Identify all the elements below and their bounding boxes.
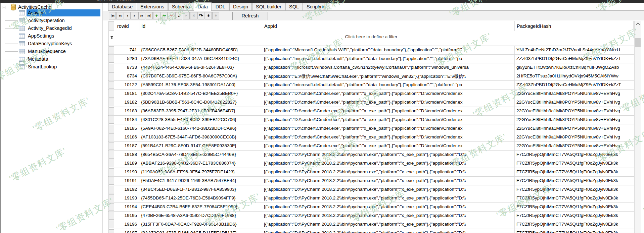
append-record-button[interactable]: +▾ — [160, 12, 168, 19]
column-header-appid[interactable]: AppId — [262, 21, 515, 31]
cell-id[interactable]: {302C476A-5C8A-14B2-547C-B24EE25BEB0F} — [139, 90, 262, 98]
table-row[interactable]: 19181 {302C476A-5C8A-14B2-547C-B24EE25BE… — [108, 90, 634, 98]
table-row[interactable]: 19194 {CEE44B03-C7B4-B6FF-832E-7F084C5E1… — [108, 203, 634, 212]
tab-scripting[interactable]: Scripting — [303, 3, 329, 10]
bookmark-button[interactable]: ✱ — [205, 12, 212, 19]
sidebar-item-appsettings[interactable]: AppSettings — [1, 33, 101, 40]
cell-id[interactable]: {73AD6BAE-6FE9-D034-047A-D6C7B3410D4C} — [139, 55, 262, 63]
cell-appid[interactable]: [{"application":"D:\\PyCharm 2018.2.2\\b… — [262, 229, 515, 233]
filter-row[interactable]: Click here to define a filter — [108, 31, 634, 43]
row-indicator-cell[interactable] — [108, 151, 115, 159]
sidebar-item-dataencryptionkeys[interactable]: DataEncryptionKeys — [1, 40, 101, 47]
cell-rowid[interactable]: 8733 — [115, 63, 139, 72]
row-indicator-cell[interactable] — [108, 46, 115, 54]
cell-id[interactable]: {5BD96B1B-6B6B-F563-6C4C-D80412822827} — [139, 98, 262, 107]
cell-id[interactable]: {A5599C01-B176-EE08-3F54-198301DA1A00} — [139, 81, 262, 89]
cell-appid[interactable]: [{"application":"D:\\cmder\\Cmder.exe","… — [262, 124, 515, 133]
cell-appid[interactable]: [{"application":"D:\\PyCharm 2018.2.2\\b… — [262, 203, 515, 211]
cell-rowid[interactable]: 19194 — [115, 203, 139, 211]
table-row[interactable]: 19192 {34BC45ED-D6E8-1F71-B812-987F6A859… — [108, 185, 634, 194]
next-record-button[interactable]: ▸ — [131, 12, 138, 19]
row-indicator-cell[interactable] — [108, 168, 115, 176]
column-header-packageidhash[interactable]: PackageIdHash — [515, 21, 634, 31]
sidebar-item-manualsequence[interactable]: ManualSequence — [1, 48, 101, 55]
table-row[interactable]: 19190 {1190A059-9A8A-EE96-3E54-7975F7DF1… — [108, 168, 634, 177]
cell-id[interactable]: {AF103183-67E5-344F-AFD6-3983090CEC8B} — [139, 133, 262, 141]
table-row[interactable]: 19185 {5A9AF062-44E0-6160-7442-38D28DDFC… — [108, 124, 634, 133]
cell-packageidhash[interactable]: ZZzI03ZhPBD1Dfj2GvrCeHMuMjZ9FnVlYIDK+kZz… — [515, 81, 634, 89]
cell-packageidhash[interactable]: F7CZfR5ypOjhIMmCT7VA5Q/1fgFt0oZgJylv0Ek3… — [515, 177, 634, 185]
row-indicator-cell[interactable] — [108, 212, 115, 220]
cell-id[interactable]: {C96C0AC5-5267-FA08-5E2B-34480BDC405D} — [139, 46, 262, 54]
cell-packageidhash[interactable]: 22GYucEl8tHhh9a1Mk8POYP5NlUmuv8v+EVhHvg — [515, 133, 634, 141]
cell-appid[interactable]: [{"application":"D:\\cmder\\Cmder.exe","… — [262, 107, 515, 115]
cell-rowid[interactable]: 19187 — [115, 142, 139, 150]
cell-rowid[interactable]: 19189 — [115, 159, 139, 168]
filter-prompt-text[interactable]: Click here to define a filter — [108, 34, 634, 39]
cell-id[interactable]: {7455DB65-F142-25DE-76E3-E584B9094FF9} — [139, 194, 262, 202]
cell-packageidhash[interactable]: ZZzI03ZhPBD1Dfj2GvrCeHMuMjZ9FnVlYIDK+kZz… — [515, 55, 634, 63]
cell-rowid[interactable]: 19197 — [115, 229, 139, 233]
cell-rowid[interactable]: 19191 — [115, 177, 139, 185]
cell-rowid[interactable]: 19193 — [115, 194, 139, 202]
cancel-edit-button[interactable]: ✖ — [190, 12, 197, 19]
tab-sql[interactable]: SQL — [285, 3, 303, 10]
table-row[interactable]: 19187 {591B4A71-B29C-8F0D-9147-CFE8E0935… — [108, 142, 634, 151]
cell-id[interactable]: {8654B5CA-36A4-78D4-8E65-029B5C74446B} — [139, 151, 262, 159]
cell-appid[interactable]: [{"application":"Microsoft.Credentials.W… — [262, 46, 515, 54]
cell-appid[interactable]: [{"application":"D:\\PyCharm 2018.2.2\\b… — [262, 185, 515, 194]
cell-id[interactable]: {1190A059-9A8A-EE96-3E54-7975F7DF1423} — [139, 168, 262, 176]
refresh-button[interactable]: Refresh — [232, 12, 268, 20]
cell-id[interactable]: {5A9AF062-44E0-6160-7442-38D28DDFCA96} — [139, 124, 262, 133]
table-row[interactable]: 8734 {C97B0F6E-3B9E-975E-86F5-80A6C757C0… — [108, 72, 634, 81]
row-indicator-cell[interactable] — [108, 142, 115, 150]
cell-packageidhash[interactable]: F7CZfR5ypOjhIMmCT7VA5Q/1fgFt0oZgJylv0Ek3… — [515, 220, 634, 229]
tab-design[interactable]: Design — [229, 3, 252, 10]
cell-appid[interactable]: [{"application":"D:\\PyCharm 2018.2.2\\b… — [262, 194, 515, 202]
sidebar-item-metadata[interactable]: Metadata — [1, 56, 101, 63]
cell-rowid[interactable]: 19188 — [115, 151, 139, 159]
cell-appid[interactable]: [{"application":"D:\\PyCharm 2018.2.2\\b… — [262, 168, 515, 176]
row-indicator-cell[interactable] — [108, 220, 115, 229]
cell-rowid[interactable]: 19192 — [115, 185, 139, 194]
cell-rowid[interactable]: 19185 — [115, 124, 139, 133]
cell-id[interactable]: {ABBAF216-9298-64B2-36D7-E1783C886074} — [139, 159, 262, 168]
cell-appid[interactable]: [{"application":"D:\\cmder\\Cmder.exe","… — [262, 116, 515, 124]
scroll-up-icon[interactable] — [635, 21, 641, 27]
row-indicator-cell[interactable] — [108, 229, 115, 233]
cell-rowid[interactable]: 19183 — [115, 107, 139, 115]
row-indicator-cell[interactable] — [108, 124, 115, 133]
cell-id[interactable]: {C97B0F6E-3B9E-975E-86F5-80A6C757C00A} — [139, 72, 262, 80]
cell-appid[interactable]: [{"application":"D:\\cmder\\Cmder.exe","… — [262, 133, 515, 141]
cell-id[interactable]: {F5DAF4C1-9417-9D26-1169-3BAB7547BE44} — [139, 177, 262, 185]
cell-id[interactable]: {315FF3F0-0DA7-0CAC-F928-0F85143B18D6} — [139, 220, 262, 229]
edit-record-button[interactable]: ▴ — [175, 12, 182, 19]
cell-packageidhash[interactable]: F7CZfR5ypOjhIMmCT7VA5Q/1fgFt0oZgJylv0Ek3… — [515, 151, 634, 159]
tab-sql-builder[interactable]: SQL builder — [252, 3, 285, 10]
table-row[interactable]: 10122 {A5599C01-B176-EE08-3F54-198301DA1… — [108, 81, 634, 90]
cell-appid[interactable]: [{"application":"D:\\PyCharm 2018.2.2\\b… — [262, 220, 515, 229]
cell-appid[interactable]: [{"application":"D:\\cmder\\Cmder.exe","… — [262, 98, 515, 107]
column-header-id[interactable]: Id — [139, 21, 262, 31]
row-indicator-cell[interactable] — [108, 55, 115, 63]
row-indicator-cell[interactable] — [108, 194, 115, 202]
cell-id[interactable]: {36AB63FB-3395-7947-2F31-0B3FB436E4D7} — [139, 107, 262, 115]
cell-rowid[interactable]: 19184 — [115, 116, 139, 124]
cell-appid[interactable]: [{"application":"microsoft.default.defau… — [262, 81, 515, 89]
cell-rowid[interactable]: 19181 — [115, 90, 139, 98]
row-indicator-cell[interactable] — [108, 116, 115, 124]
cell-appid[interactable]: [{"application":"Microsoft.Windows.Corta… — [262, 63, 515, 72]
cell-packageidhash[interactable]: F7CZfR5ypOjhIMmCT7VA5Q/1fgFt0oZgJylv0Ek3… — [515, 212, 634, 220]
table-row[interactable]: 19197 {9AA73C03-473B-D166-94C5-D11F5E4D5… — [108, 229, 634, 233]
prior-page-button[interactable]: ◂◂ — [116, 12, 123, 19]
tab-data[interactable]: Data — [194, 2, 212, 11]
table-row[interactable]: 19184 {4301C228-3B55-E4E0-8C02-399EB12CC… — [108, 116, 634, 124]
cell-packageidhash[interactable]: F7CZfR5ypOjhIMmCT7VA5Q/1fgFt0oZgJylv0Ek3… — [515, 168, 634, 176]
cell-packageidhash[interactable]: 22GYucEl8tHhh9a1Mk8POYP5NlUmuv8v+EVhHvg — [515, 107, 634, 115]
sidebar-item-activityoperation[interactable]: ActivityOperation — [1, 17, 101, 24]
row-indicator-cell[interactable] — [108, 63, 115, 72]
cell-packageidhash[interactable]: 22GYucEl8tHhh9a1Mk8POYP5NlUmuv8v+EVhHvg — [515, 98, 634, 107]
cell-id[interactable]: {34BC45ED-D6E8-1F71-B812-987F6A859903} — [139, 185, 262, 194]
cell-rowid[interactable]: 19196 — [115, 220, 139, 229]
insert-record-button[interactable]: + — [153, 12, 160, 19]
